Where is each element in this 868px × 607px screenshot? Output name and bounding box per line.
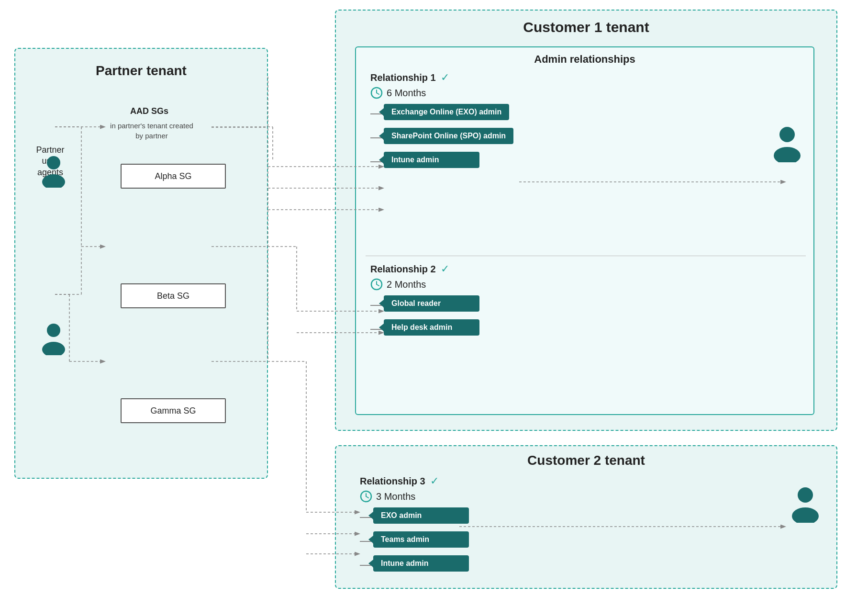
clock-icon-2 xyxy=(370,278,383,291)
role-pill-intune1: Intune admin xyxy=(384,152,479,168)
role-pill-globalreader-label: Global reader xyxy=(391,299,441,308)
role-pill-teams: Teams admin xyxy=(373,531,469,548)
rel2-duration: 2 Months xyxy=(387,279,426,290)
customer1-tenant-box: Customer 1 tenant Admin relationships Re… xyxy=(335,10,837,431)
role-pill-spo-label: SharePoint Online (SPO) admin xyxy=(391,132,506,140)
customer2-tenant-box: Customer 2 tenant Relationship 3 ✓ 3 Mon… xyxy=(335,445,837,589)
role-row-teams: Teams admin xyxy=(360,531,814,551)
rel2-title: Relationship 2 xyxy=(370,264,436,275)
role-pill-helpdesk: Help desk admin xyxy=(384,319,479,336)
role-pill-helpdesk-label: Help desk admin xyxy=(391,323,452,332)
svg-point-3 xyxy=(42,342,65,355)
customer1-person-icon xyxy=(770,124,804,162)
partner-person-2 xyxy=(39,322,68,357)
aad-sgs-sublabel: in partner's tenant created by partner xyxy=(109,121,195,141)
role-pill-teams-label: Teams admin xyxy=(381,535,429,544)
relationship1-section: Relationship 1 ✓ 6 Months xyxy=(370,71,782,172)
role-pill-intune2-label: Intune admin xyxy=(381,559,429,568)
customer2-person-icon xyxy=(789,484,822,523)
customer2-person xyxy=(789,484,822,525)
role-pill-intune1-label: Intune admin xyxy=(391,156,439,164)
relationship3-section: Relationship 3 ✓ 3 Months EXO xyxy=(360,475,814,575)
partner-tenant-title: Partner tenant xyxy=(96,63,187,79)
clock-icon-3 xyxy=(360,490,372,503)
rel3-duration: 3 Months xyxy=(376,491,415,502)
rel2-roles: Global reader Help desk admin xyxy=(370,295,782,339)
rel1-roles: Exchange Online (EXO) admin SharePoint O… xyxy=(370,104,782,172)
admin-relationships-box: Admin relationships Relationship 1 ✓ 6 M… xyxy=(355,46,814,415)
diagram-container: Partner tenant AAD SGs in partner's tena… xyxy=(0,0,868,607)
role-row-intune1: Intune admin xyxy=(370,152,782,172)
rel1-duration: 6 Months xyxy=(387,88,426,99)
partner-person-1 xyxy=(39,154,68,190)
svg-point-2 xyxy=(47,324,60,337)
role-row-globalreader: Global reader xyxy=(370,295,782,315)
rel3-title: Relationship 3 xyxy=(360,476,425,487)
partner-tenant-box: Partner tenant AAD SGs in partner's tena… xyxy=(14,48,268,479)
svg-point-7 xyxy=(779,127,795,142)
role-row-exo: Exchange Online (EXO) admin xyxy=(370,104,782,124)
gamma-sg-box: Gamma SG xyxy=(121,398,226,423)
rel1-title: Relationship 1 xyxy=(370,72,436,83)
rel2-check-icon: ✓ xyxy=(441,263,449,275)
customer1-tenant-title: Customer 1 tenant xyxy=(523,19,649,35)
rel1-duration-row: 6 Months xyxy=(370,87,782,99)
rel3-roles: EXO admin Teams admin Intu xyxy=(360,507,814,575)
alpha-sg-box: Alpha SG xyxy=(121,164,226,189)
customer2-tenant-title: Customer 2 tenant xyxy=(527,453,645,468)
aad-sgs-label: AAD SGs xyxy=(130,106,168,116)
role-pill-spo: SharePoint Online (SPO) admin xyxy=(384,128,513,144)
role-pill-exo: Exchange Online (EXO) admin xyxy=(384,104,509,120)
clock-icon-1 xyxy=(370,87,383,99)
svg-line-14 xyxy=(366,496,368,498)
role-pill-exo-label: Exchange Online (EXO) admin xyxy=(391,108,501,116)
role-pill-exo2-label: EXO admin xyxy=(381,511,422,520)
role-row-intune2: Intune admin xyxy=(360,555,814,575)
svg-line-11 xyxy=(377,284,379,286)
role-pill-intune2: Intune admin xyxy=(373,555,469,572)
svg-point-1 xyxy=(42,174,65,188)
role-row-helpdesk: Help desk admin xyxy=(370,319,782,339)
role-row-exo2: EXO admin xyxy=(360,507,814,528)
rel-divider xyxy=(366,256,806,256)
role-pill-globalreader: Global reader xyxy=(384,295,479,312)
customer1-person xyxy=(770,124,804,164)
svg-point-16 xyxy=(792,507,819,523)
role-row-spo: SharePoint Online (SPO) admin xyxy=(370,128,782,148)
svg-point-0 xyxy=(47,156,60,169)
rel2-duration-row: 2 Months xyxy=(370,278,782,291)
beta-sg-box: Beta SG xyxy=(121,283,226,308)
svg-point-8 xyxy=(774,147,801,162)
rel1-check-icon: ✓ xyxy=(441,71,449,84)
rel3-check-icon: ✓ xyxy=(430,475,439,487)
relationship2-section: Relationship 2 ✓ 2 Months xyxy=(370,263,782,339)
svg-point-15 xyxy=(798,487,813,503)
role-pill-exo2: EXO admin xyxy=(373,507,469,524)
svg-line-6 xyxy=(377,93,379,94)
rel3-duration-row: 3 Months xyxy=(360,490,814,503)
admin-relationships-title: Admin relationships xyxy=(534,53,635,66)
